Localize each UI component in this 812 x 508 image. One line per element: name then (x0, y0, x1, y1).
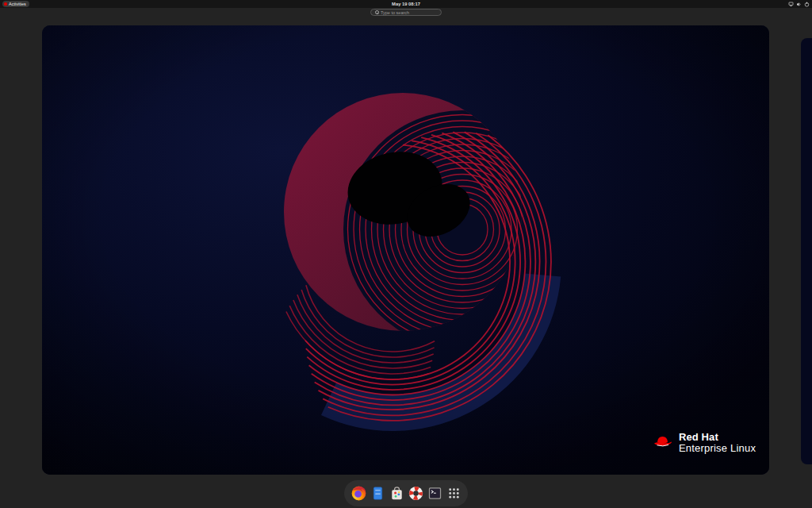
volume-icon (796, 2, 802, 7)
redhat-fedora-icon (653, 433, 673, 449)
redhat-logo-line1: Red Hat (679, 432, 756, 443)
workspace-window-preview[interactable]: Red Hat Enterprise Linux (42, 25, 769, 475)
files-icon (370, 485, 386, 502)
terminal-icon (427, 485, 443, 502)
redhat-logo: Red Hat Enterprise Linux (653, 432, 756, 453)
search-icon (375, 10, 379, 14)
show-apps-button[interactable] (445, 485, 462, 502)
search-input[interactable] (381, 10, 437, 15)
activities-label: Activities (9, 1, 26, 7)
dock-item-software[interactable] (388, 485, 405, 502)
search-field[interactable] (370, 9, 442, 16)
app-grid-icon (446, 485, 462, 502)
network-icon (788, 2, 794, 7)
dock-item-files[interactable] (369, 485, 386, 502)
dash (344, 480, 468, 506)
system-status-tray[interactable] (788, 0, 810, 8)
dock-item-terminal[interactable] (426, 485, 443, 502)
next-workspace-preview[interactable] (801, 38, 812, 464)
activities-indicator-dot (4, 2, 7, 6)
dock-item-help[interactable] (407, 485, 424, 502)
software-icon (389, 485, 405, 502)
dock-item-firefox[interactable] (350, 485, 367, 502)
clock-menu[interactable]: May 19 08:17 (392, 0, 420, 8)
redhat-logo-line2: Enterprise Linux (679, 443, 756, 454)
help-lifebuoy-icon (408, 485, 424, 502)
top-bar: Activities May 19 08:17 (0, 0, 812, 8)
rhel9-wallpaper-art (42, 25, 769, 475)
activities-button[interactable]: Activities (2, 1, 29, 7)
power-icon (804, 2, 810, 7)
firefox-icon (350, 485, 367, 502)
